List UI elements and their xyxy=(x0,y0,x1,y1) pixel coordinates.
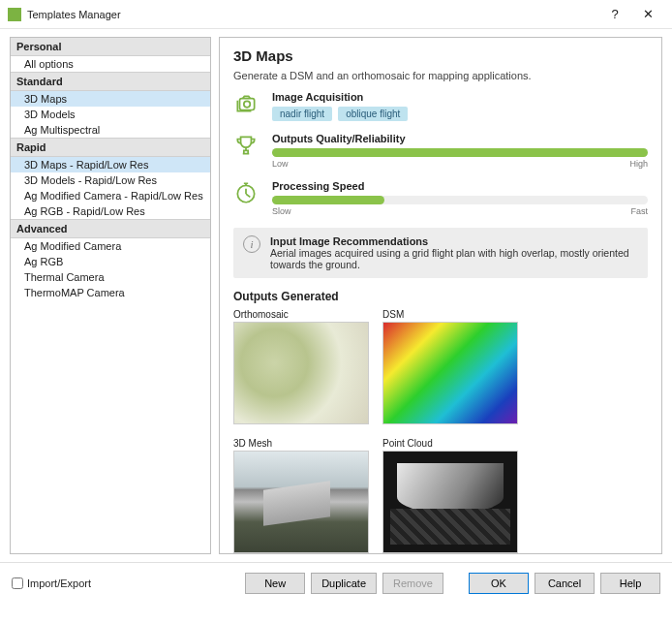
speed-bar xyxy=(272,196,648,204)
sidebar-item[interactable]: Ag Multispectral xyxy=(11,122,210,138)
sidebar-item[interactable]: Ag RGB xyxy=(11,254,210,269)
sidebar-item[interactable]: Thermal Camera xyxy=(11,269,210,285)
close-button[interactable]: ✕ xyxy=(631,0,664,29)
output-item: Orthomosaic xyxy=(233,309,369,424)
sidebar-item[interactable]: Ag RGB - Rapid/Low Res xyxy=(11,203,210,219)
speed-low-label: Slow xyxy=(272,206,291,216)
svg-point-1 xyxy=(244,101,251,108)
new-button[interactable]: New xyxy=(245,573,305,594)
speed-icon xyxy=(233,180,260,207)
sidebar-item[interactable]: Ag Modified Camera xyxy=(11,238,210,254)
quality-bar xyxy=(272,148,648,157)
template-details: 3D Maps Generate a DSM and an orthomosai… xyxy=(219,37,662,554)
input-recommendations-box: i Input Image Recommendations Aerial ima… xyxy=(233,228,648,278)
acquisition-tag: oblique flight xyxy=(338,107,408,121)
output-thumbnail xyxy=(382,322,518,424)
image-acquisition-icon xyxy=(233,91,260,118)
output-item: 3D Mesh xyxy=(233,438,369,553)
quality-low-label: Low xyxy=(272,159,289,169)
cancel-button[interactable]: Cancel xyxy=(535,573,595,594)
sidebar-category: Standard xyxy=(11,72,210,91)
acquisition-tag: nadir flight xyxy=(272,107,332,121)
output-label: Orthomosaic xyxy=(233,309,369,320)
duplicate-button[interactable]: Duplicate xyxy=(311,573,377,594)
sidebar-category: Personal xyxy=(11,38,210,56)
output-label: 3D Mesh xyxy=(233,438,369,449)
sidebar-item[interactable]: 3D Models - Rapid/Low Res xyxy=(11,172,210,188)
output-label: DSM xyxy=(382,309,518,320)
sidebar-item[interactable]: All options xyxy=(11,56,210,72)
outputs-heading: Outputs Generated xyxy=(233,290,648,303)
sidebar-item[interactable]: Ag Modified Camera - Rapid/Low Res xyxy=(11,188,210,203)
acquisition-label: Image Acquisition xyxy=(272,91,648,103)
output-item: DSM xyxy=(382,309,518,424)
templates-sidebar: PersonalAll optionsStandard3D Maps3D Mod… xyxy=(10,37,211,554)
import-export-checkbox[interactable]: Import/Export xyxy=(12,577,91,589)
template-description: Generate a DSM and an orthomosaic for ma… xyxy=(233,70,648,81)
info-text: Aerial images acquired using a grid flig… xyxy=(270,247,638,270)
output-thumbnail xyxy=(382,451,518,553)
ok-button[interactable]: OK xyxy=(469,573,529,594)
sidebar-item[interactable]: 3D Maps - Rapid/Low Res xyxy=(11,157,210,172)
output-label: Point Cloud xyxy=(382,438,518,449)
sidebar-category: Advanced xyxy=(11,219,210,238)
help-button[interactable]: Help xyxy=(600,573,660,594)
output-thumbnail xyxy=(233,451,369,553)
sidebar-item[interactable]: ThermoMAP Camera xyxy=(11,285,210,300)
info-icon: i xyxy=(243,235,260,253)
quality-label: Outputs Quality/Reliability xyxy=(272,133,648,144)
window-title: Templates Manager xyxy=(27,9,121,20)
svg-rect-0 xyxy=(240,99,255,110)
template-title: 3D Maps xyxy=(233,47,648,64)
sidebar-item[interactable]: 3D Maps xyxy=(11,91,210,107)
titlebar-help-button[interactable]: ? xyxy=(598,0,631,29)
sidebar-item[interactable]: 3D Models xyxy=(11,107,210,122)
app-icon xyxy=(8,8,21,21)
speed-label: Processing Speed xyxy=(272,180,648,192)
remove-button[interactable]: Remove xyxy=(382,573,443,594)
output-item: Point Cloud xyxy=(382,438,518,553)
output-thumbnail xyxy=(233,322,369,424)
sidebar-category: Rapid xyxy=(11,138,210,157)
quality-icon xyxy=(233,133,260,160)
info-title: Input Image Recommendations xyxy=(270,235,638,247)
speed-high-label: Fast xyxy=(630,206,648,216)
quality-high-label: High xyxy=(629,159,648,169)
